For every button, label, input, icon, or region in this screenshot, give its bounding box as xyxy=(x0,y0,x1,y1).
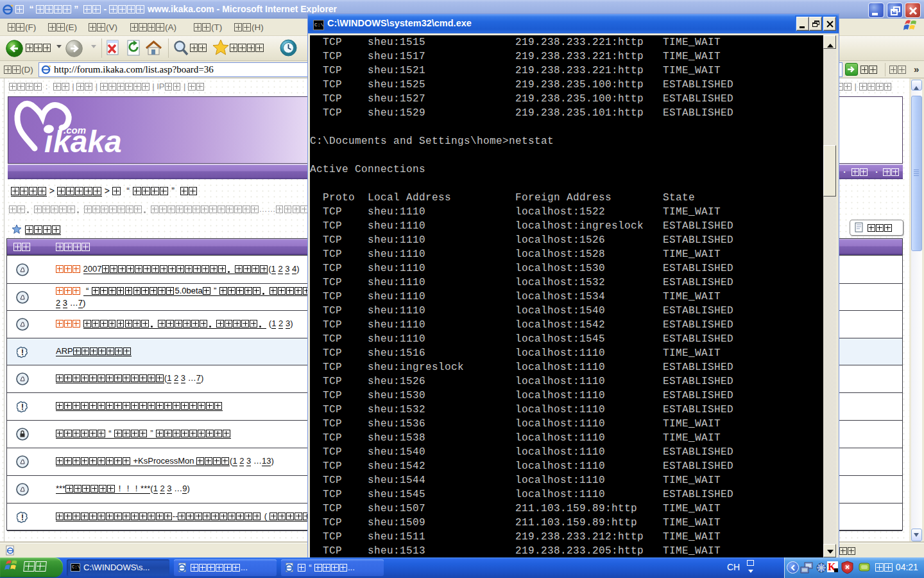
svg-text:!: ! xyxy=(21,403,24,412)
svg-text:!: ! xyxy=(21,348,24,357)
svg-text:!: ! xyxy=(21,513,24,522)
